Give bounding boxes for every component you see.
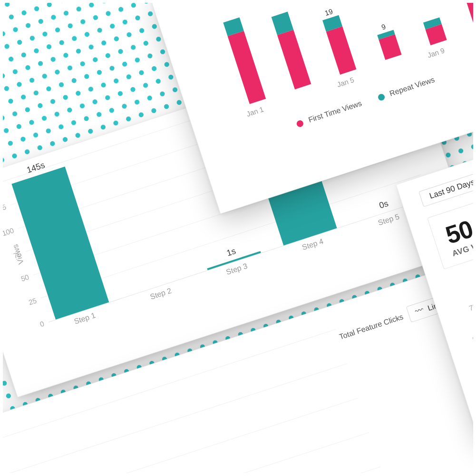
line-icon: 〰: [413, 305, 425, 317]
legend-item-first: First Time Views: [295, 99, 363, 128]
y-tick: 125: [0, 203, 7, 216]
stack-bar: 9: [365, 17, 410, 62]
y-tick: 25%: [472, 361, 476, 376]
y-tick: 50: [9, 272, 29, 286]
x-category: Jan 9: [409, 40, 462, 64]
stack-bar: 15: [449, 0, 476, 33]
series-picker-label: Total Feature Clicks: [338, 312, 404, 341]
x-category: Jan 1: [229, 99, 281, 123]
legend-label: Repeat Views: [389, 75, 436, 97]
bar-step1: 145s: [0, 152, 116, 321]
x-category: Jan 5: [319, 70, 371, 94]
stack-bar: [414, 14, 455, 48]
analytics-collage: m 56s Time on Guide Views 0 25 50 75 100…: [0, 0, 476, 476]
rotated-scene: m 56s Time on Guide Views 0 25 50 75 100…: [0, 0, 476, 476]
views-plot: 19 9 15 Jan 1 Jan: [195, 0, 476, 109]
legend-dot-icon: [377, 93, 385, 101]
legend-dot-icon: [296, 119, 304, 128]
stack-bar: 19: [311, 2, 365, 77]
legend-label: First Time Views: [307, 99, 363, 124]
stack-bar: [262, 9, 320, 92]
legend-item-repeat: Repeat Views: [376, 75, 435, 102]
y-tick: 75: [453, 302, 476, 317]
y-tick: 0: [24, 319, 45, 333]
y-tick: 100: [0, 226, 15, 240]
y-tick: 25: [17, 296, 37, 310]
kpi-value: 50.6%: [442, 201, 476, 249]
bar: [11, 166, 109, 320]
filter-range-pill[interactable]: Last 90 Days: [418, 171, 476, 207]
y-tick: 50%: [462, 331, 476, 347]
